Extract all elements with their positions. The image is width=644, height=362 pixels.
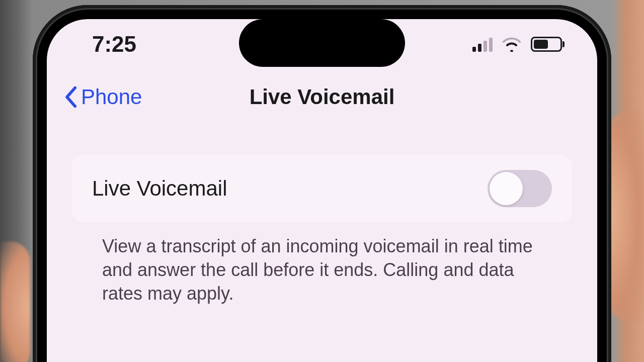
decorative-finger-right [609, 111, 644, 322]
nav-header: Phone Live Voicemail [47, 69, 597, 125]
toggle-knob [490, 172, 523, 205]
phone-frame: 7:25 [33, 5, 611, 362]
battery-icon [531, 37, 562, 52]
back-label: Phone [81, 85, 142, 109]
status-time: 7:25 [92, 32, 136, 57]
page-title: Live Voicemail [250, 85, 395, 109]
cellular-signal-icon [472, 37, 493, 52]
chevron-left-icon [62, 85, 79, 109]
status-icons [472, 37, 562, 52]
live-voicemail-description: View a transcript of an incoming voicema… [102, 235, 542, 305]
back-button[interactable]: Phone [62, 85, 142, 109]
phone-screen: 7:25 [47, 19, 597, 362]
live-voicemail-toggle[interactable] [488, 170, 552, 207]
dynamic-island [239, 19, 405, 67]
live-voicemail-label: Live Voicemail [92, 176, 227, 201]
wifi-icon [502, 37, 522, 52]
settings-group: Live Voicemail View a transcript of an i… [72, 155, 572, 305]
live-voicemail-row: Live Voicemail [72, 155, 572, 222]
decorative-finger-left [0, 241, 30, 362]
